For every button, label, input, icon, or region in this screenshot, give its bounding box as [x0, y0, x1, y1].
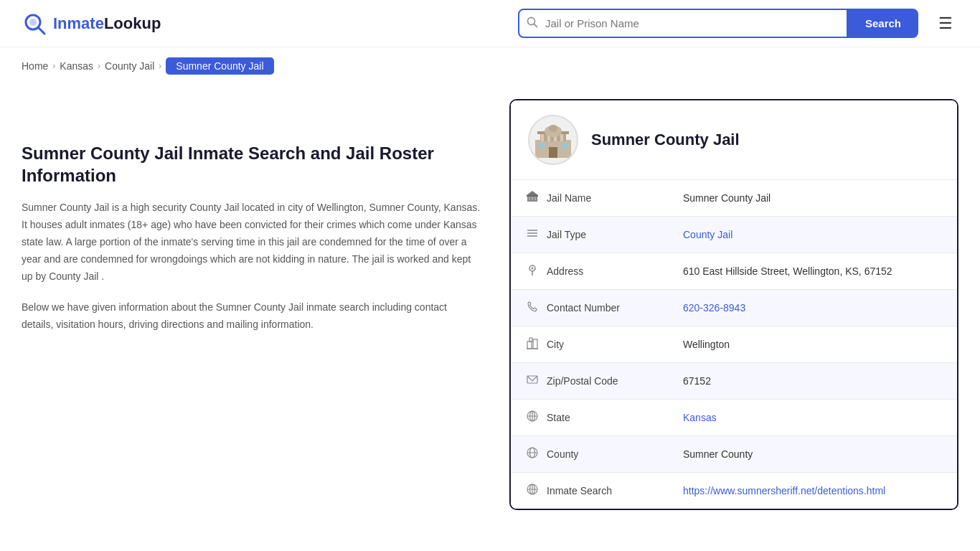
- field-label: Inmate Search: [547, 485, 612, 496]
- field-value[interactable]: Kansas: [669, 400, 957, 436]
- breadcrumb-county-jail[interactable]: County Jail: [105, 60, 154, 72]
- breadcrumb-current: Sumner County Jail: [166, 57, 273, 75]
- field-label-cell: Jail Type: [511, 217, 669, 253]
- breadcrumb-home[interactable]: Home: [22, 60, 48, 72]
- field-label: State: [547, 412, 570, 423]
- table-row: Inmate Searchhttps://www.sumnersheriff.n…: [511, 473, 957, 509]
- field-icon: [525, 483, 540, 499]
- field-value: Wellington: [669, 326, 957, 363]
- card-header: Sumner County Jail: [511, 100, 957, 179]
- svg-point-2: [29, 19, 37, 26]
- card-title: Sumner County Jail: [591, 131, 740, 149]
- info-card: Sumner County Jail Jail NameSumner Count…: [509, 99, 958, 510]
- table-row: CityWellington: [511, 326, 957, 363]
- field-value[interactable]: https://www.sumnersheriff.net/detentions…: [669, 473, 957, 509]
- svg-rect-16: [562, 143, 567, 149]
- svg-rect-28: [527, 342, 532, 349]
- left-content: Sumner County Jail Inmate Search and Jai…: [22, 99, 481, 510]
- svg-rect-19: [529, 197, 530, 200]
- table-row: CountySumner County: [511, 436, 957, 473]
- field-label: Address: [547, 265, 583, 277]
- field-label-cell: Address: [511, 253, 669, 290]
- breadcrumb-sep-3: ›: [159, 61, 161, 71]
- svg-rect-11: [560, 134, 563, 141]
- info-table: Jail NameSumner County JailJail TypeCoun…: [511, 179, 957, 509]
- search-icon: [519, 17, 545, 31]
- field-label-cell: Inmate Search: [511, 473, 669, 509]
- logo-icon: [22, 11, 47, 37]
- logo-area[interactable]: InmateLookup: [22, 11, 161, 37]
- field-icon: [525, 263, 540, 279]
- page-description: Sumner County Jail is a high security Co…: [22, 199, 481, 285]
- main-content: Sumner County Jail Inmate Search and Jai…: [0, 85, 980, 539]
- search-wrapper: [518, 9, 848, 38]
- svg-line-1: [38, 27, 44, 34]
- search-area: Search ☰: [518, 9, 958, 38]
- header: InmateLookup Search ☰: [0, 0, 980, 47]
- field-icon: [525, 190, 540, 206]
- svg-rect-8: [541, 134, 544, 141]
- svg-rect-18: [527, 195, 538, 197]
- page-title: Sumner County Jail Inmate Search and Jai…: [22, 142, 481, 187]
- field-icon: [525, 410, 540, 425]
- menu-icon[interactable]: ☰: [933, 11, 958, 36]
- field-label-cell: Zip/Postal Code: [511, 363, 669, 400]
- field-value: 67152: [669, 363, 957, 400]
- field-label: Contact Number: [547, 302, 620, 314]
- info-table-body: Jail NameSumner County JailJail TypeCoun…: [511, 180, 957, 509]
- field-label-cell: Contact Number: [511, 290, 669, 326]
- breadcrumb-kansas[interactable]: Kansas: [60, 60, 93, 72]
- field-icon: [525, 300, 540, 316]
- field-label: City: [547, 339, 564, 350]
- field-icon: [525, 336, 540, 352]
- jail-avatar: [528, 115, 578, 165]
- field-label-cell: Jail Name: [511, 180, 669, 217]
- field-label: Zip/Postal Code: [547, 375, 618, 387]
- svg-rect-21: [534, 197, 536, 200]
- svg-rect-20: [532, 197, 533, 200]
- table-row: Address610 East Hillside Street, Welling…: [511, 253, 957, 290]
- table-row: Jail NameSumner County Jail: [511, 180, 957, 217]
- svg-rect-29: [533, 339, 537, 349]
- field-value: 610 East Hillside Street, Wellington, KS…: [669, 253, 957, 290]
- field-label: Jail Name: [547, 192, 591, 204]
- svg-marker-22: [527, 191, 538, 195]
- field-value[interactable]: 620-326-8943: [669, 290, 957, 326]
- logo-text: InmateLookup: [53, 14, 161, 33]
- svg-rect-30: [529, 338, 532, 342]
- field-value: Sumner County: [669, 436, 957, 473]
- page-description2: Below we have given information about th…: [22, 299, 481, 334]
- search-input[interactable]: [545, 10, 847, 37]
- svg-point-27: [532, 268, 534, 270]
- svg-rect-15: [539, 143, 545, 149]
- field-label: County: [547, 448, 578, 460]
- table-row: StateKansas: [511, 400, 957, 436]
- breadcrumb-sep-1: ›: [52, 61, 55, 71]
- field-icon: [525, 227, 540, 242]
- table-row: Zip/Postal Code67152: [511, 363, 957, 400]
- field-link[interactable]: County Jail: [683, 229, 732, 240]
- field-label: Jail Type: [547, 229, 586, 240]
- svg-rect-14: [549, 147, 557, 158]
- breadcrumb: Home › Kansas › County Jail › Sumner Cou…: [0, 47, 980, 85]
- field-label-cell: County: [511, 436, 669, 473]
- svg-line-4: [534, 24, 537, 27]
- svg-point-13: [549, 125, 557, 132]
- field-label-cell: State: [511, 400, 669, 436]
- field-link[interactable]: 620-326-8943: [683, 302, 745, 314]
- field-link[interactable]: https://www.sumnersheriff.net/detentions…: [683, 485, 885, 496]
- search-button[interactable]: Search: [848, 9, 918, 38]
- field-icon: [525, 446, 540, 462]
- table-row: Contact Number620-326-8943: [511, 290, 957, 326]
- field-value: Sumner County Jail: [669, 180, 957, 217]
- field-link[interactable]: Kansas: [683, 412, 717, 423]
- field-label-cell: City: [511, 326, 669, 363]
- field-icon: [525, 373, 540, 389]
- breadcrumb-sep-2: ›: [98, 61, 100, 71]
- table-row: Jail TypeCounty Jail: [511, 217, 957, 253]
- field-value[interactable]: County Jail: [669, 217, 957, 253]
